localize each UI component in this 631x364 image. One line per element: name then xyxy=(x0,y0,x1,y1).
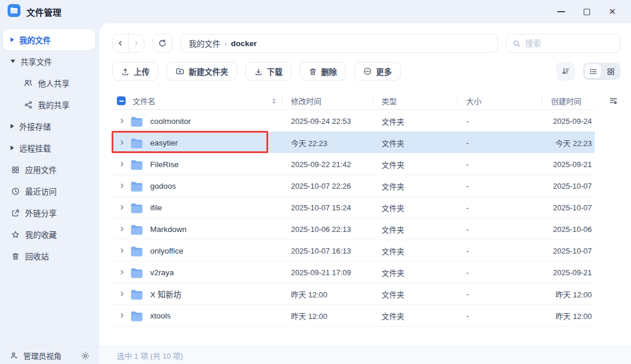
table-row[interactable]: onlyoffice 2025-10-07 16:13 文件夹 - 2025-1… xyxy=(112,240,595,261)
created-time: 2025-10-07 xyxy=(542,247,595,255)
sort-button[interactable] xyxy=(556,62,575,81)
column-header-size[interactable]: 大小 xyxy=(457,95,542,106)
sidebar-item-shared-by-others[interactable]: 他人共享 xyxy=(3,72,95,93)
expand-chevron-icon[interactable] xyxy=(116,182,129,189)
file-type: 文件夹 xyxy=(372,159,457,170)
download-button[interactable]: 下载 xyxy=(245,62,292,81)
created-time: 2025-10-07 xyxy=(542,203,595,212)
expand-chevron-icon[interactable] xyxy=(116,247,129,254)
expand-chevron-icon[interactable] xyxy=(116,161,129,168)
expand-chevron-icon[interactable] xyxy=(116,139,129,146)
table-row[interactable]: ifile 2025-10-07 15:24 文件夹 - 2025-10-07 xyxy=(112,196,595,218)
clock-icon xyxy=(11,186,20,196)
file-name: coolmonitor xyxy=(150,117,191,126)
search-input[interactable] xyxy=(525,39,614,48)
file-type: 文件夹 xyxy=(372,289,457,300)
file-name: easytier xyxy=(150,138,178,147)
created-time: 昨天 12:00 xyxy=(542,289,595,300)
file-type: 文件夹 xyxy=(372,181,457,192)
admin-view-control[interactable]: 管理员视角 xyxy=(0,347,99,364)
column-header-type[interactable]: 类型 xyxy=(372,95,457,106)
table-row[interactable]: easytier 今天 22:23 文件夹 - 今天 22:23 xyxy=(112,131,595,153)
app-identity: 文件管理 xyxy=(7,4,61,20)
search-box[interactable] xyxy=(506,34,620,53)
modified-time: 2025-10-06 22:13 xyxy=(282,225,372,234)
back-button[interactable] xyxy=(113,34,128,52)
sort-arrows-icon[interactable] xyxy=(272,98,276,104)
status-bar: 管理员视角 选中 1 项 (共 10 项) xyxy=(0,346,631,364)
sidebar-item-my-shares[interactable]: 我的共享 xyxy=(3,94,95,115)
table-row[interactable]: coolmonitor 2025-09-24 22:53 文件夹 - 2025-… xyxy=(112,110,595,131)
table-row[interactable]: FileRise 2025-09-22 21:42 文件夹 - 2025-09-… xyxy=(112,153,595,175)
trash-icon xyxy=(11,251,20,261)
column-settings-icon[interactable] xyxy=(609,96,618,106)
expand-chevron-icon[interactable] xyxy=(116,226,129,233)
expand-chevron-icon[interactable] xyxy=(116,204,129,211)
view-toggle xyxy=(583,63,620,80)
table-row[interactable]: X 知新坊 昨天 12:00 文件夹 - 昨天 12:00 xyxy=(112,283,595,304)
file-size: - xyxy=(457,138,542,147)
more-button[interactable]: 更多 xyxy=(354,62,401,81)
file-name: godoos xyxy=(150,182,176,190)
grid-view-button[interactable] xyxy=(602,64,619,78)
modified-time: 2025-09-21 17:09 xyxy=(282,268,372,277)
list-view-button[interactable] xyxy=(585,64,601,78)
forward-button[interactable] xyxy=(129,34,144,52)
sidebar-item-external-storage[interactable]: 外接存储 xyxy=(3,116,95,137)
sidebar-item-favorites[interactable]: 我的收藏 xyxy=(3,224,95,245)
sidebar-item-external-links[interactable]: 外链分享 xyxy=(3,202,95,223)
chevron-right-icon xyxy=(11,37,14,42)
breadcrumb-root[interactable]: 我的文件 xyxy=(189,37,220,49)
maximize-button[interactable] xyxy=(574,3,599,20)
sidebar-item-app-files[interactable]: 应用文件 xyxy=(3,159,95,180)
search-icon xyxy=(512,39,521,48)
sidebar-item-label: 我的文件 xyxy=(19,34,51,46)
file-size: - xyxy=(457,247,542,255)
created-time: 今天 22:23 xyxy=(542,137,595,148)
breadcrumb-separator: › xyxy=(224,39,227,48)
minimize-button[interactable] xyxy=(548,3,574,20)
close-button[interactable]: ✕ xyxy=(599,3,625,20)
app-icon xyxy=(7,4,21,20)
table-row[interactable]: v2raya 2025-09-21 17:09 文件夹 - 2025-09-21 xyxy=(112,261,595,283)
file-manager-window: 文件管理 ✕ 我的文件 共享文件 他人共享 xyxy=(0,0,631,364)
trash-icon xyxy=(308,67,317,76)
table-row[interactable]: godoos 2025-10-07 22:26 文件夹 - 2025-10-07 xyxy=(112,175,595,196)
delete-button[interactable]: 删除 xyxy=(300,62,346,81)
settings-gear-icon[interactable] xyxy=(81,351,90,360)
folder-plus-icon xyxy=(175,67,185,76)
table-body: coolmonitor 2025-09-24 22:53 文件夹 - 2025-… xyxy=(112,110,595,327)
file-name: FileRise xyxy=(150,160,179,169)
expand-chevron-icon[interactable] xyxy=(116,269,129,276)
grid-view-icon xyxy=(606,67,615,76)
expand-chevron-icon[interactable] xyxy=(116,290,129,297)
file-type: 文件夹 xyxy=(372,137,457,148)
file-name: xtools xyxy=(150,311,171,320)
column-header-name[interactable]: 文件名 xyxy=(133,95,155,106)
column-header-modified[interactable]: 修改时间 xyxy=(282,95,372,106)
expand-chevron-icon[interactable] xyxy=(116,312,129,319)
file-size: - xyxy=(457,225,542,234)
window-controls: ✕ xyxy=(548,3,625,20)
upload-button[interactable]: 上传 xyxy=(112,62,158,81)
breadcrumb[interactable]: 我的文件 › docker xyxy=(181,34,498,53)
table-row[interactable]: xtools 昨天 12:00 文件夹 - 昨天 12:00 xyxy=(112,304,595,326)
delete-label: 删除 xyxy=(321,65,337,77)
chevron-right-icon xyxy=(11,145,14,150)
new-folder-button[interactable]: 新建文件夹 xyxy=(167,62,237,81)
sort-descending-icon xyxy=(561,67,570,76)
sidebar-item-recent[interactable]: 最近访问 xyxy=(3,181,95,202)
expand-chevron-icon[interactable] xyxy=(116,117,129,124)
column-header-created[interactable]: 创建时间 xyxy=(542,95,595,106)
select-all-checkbox[interactable] xyxy=(117,96,126,105)
file-type: 文件夹 xyxy=(372,202,457,213)
sidebar-item-my-files[interactable]: 我的文件 xyxy=(3,29,95,50)
file-table: 文件名 修改时间 类型 大小 创建时间 xyxy=(112,92,595,327)
refresh-button[interactable] xyxy=(152,34,172,53)
table-row[interactable]: Markdown 2025-10-06 22:13 文件夹 - 2025-10-… xyxy=(112,218,595,240)
sidebar-item-shared-files[interactable]: 共享文件 xyxy=(3,51,95,72)
sidebar-item-remote-mount[interactable]: 远程挂载 xyxy=(3,137,95,158)
titlebar: 文件管理 ✕ xyxy=(0,0,631,23)
sidebar-item-label: 外链分享 xyxy=(25,207,57,219)
sidebar-item-recycle-bin[interactable]: 回收站 xyxy=(3,245,95,266)
